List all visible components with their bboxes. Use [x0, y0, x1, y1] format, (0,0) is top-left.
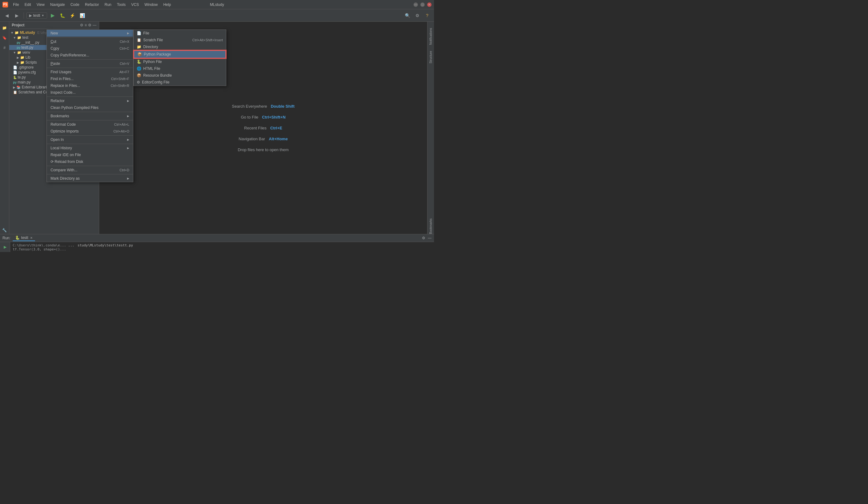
hint-goto-file: Go to File Ctrl+Shift+N	[241, 115, 286, 120]
ctx-sep-1	[47, 37, 133, 38]
sub-python-file[interactable]: 🐍 Python File	[134, 58, 226, 65]
run-line-1: C:\Users\think\.conda\e... ... study\MLs…	[13, 243, 432, 247]
project-panel-header: Project ⚙ ≡ ⚙ —	[9, 22, 99, 29]
panel-collapse-icon[interactable]: ≡	[85, 23, 87, 27]
menu-code[interactable]: Code	[68, 2, 82, 8]
structure-icon[interactable]: #	[1, 44, 8, 51]
panel-settings-icon[interactable]: ⚙	[80, 23, 83, 27]
hint-nav-bar: Navigation Bar Alt+Home	[239, 137, 288, 141]
menu-help[interactable]: Help	[161, 2, 174, 8]
bookmarks-label[interactable]: Bookmarks	[429, 219, 433, 234]
search-everywhere-button[interactable]: 🔍	[403, 11, 412, 20]
ctx-optimize[interactable]: Optimize Imports Ctrl+Alt+O	[47, 128, 133, 135]
run-play-btn[interactable]: ▶	[1, 243, 9, 251]
sub-html-file[interactable]: 🌐 HTML File	[134, 65, 226, 72]
sub-editorconfig[interactable]: ⚙ EditorConfig File	[134, 79, 226, 85]
ctx-bookmarks[interactable]: Bookmarks	[47, 113, 133, 120]
coverage-button[interactable]: ⚡	[68, 11, 77, 20]
help-button[interactable]: ?	[423, 11, 432, 20]
menu-navigate[interactable]: Navigate	[48, 2, 67, 8]
sub-directory[interactable]: 📁 Directory	[134, 43, 226, 50]
ctx-copy[interactable]: Copy Ctrl+C	[47, 45, 133, 52]
app-logo: PS	[2, 2, 8, 8]
project-icon[interactable]: 📁	[1, 24, 8, 32]
ctx-open-in[interactable]: Open In	[47, 136, 133, 143]
panel-min-icon[interactable]: —	[93, 23, 96, 27]
sub-resource-bundle[interactable]: 📦 Resource Bundle	[134, 72, 226, 79]
sub-python-package[interactable]: 📦 Python Package	[134, 50, 226, 58]
ctx-cut[interactable]: Cut Ctrl+X	[47, 38, 133, 45]
run-content: ▶ ↑ ↓ ⚙ ✕ C:\Users\think\.conda\e... ...…	[0, 242, 434, 252]
run-tab-name: testt	[21, 235, 28, 240]
minimize-button[interactable]: —	[414, 2, 418, 7]
run-toolbar: ▶ ↑ ↓ ⚙ ✕	[0, 242, 10, 252]
menu-tools[interactable]: Tools	[114, 2, 128, 8]
run-button[interactable]: ▶	[48, 11, 57, 20]
python-package-label: Python Package	[144, 52, 171, 57]
root-arrow: ▼	[11, 31, 14, 34]
sub-scratch-file[interactable]: 📋 Scratch File Ctrl+Alt+Shift+Insert	[134, 37, 226, 43]
ctx-sep-3	[47, 68, 133, 68]
ctx-find-files[interactable]: Find in Files... Ctrl+Shift+F	[47, 75, 133, 82]
run-line-2: tf.Tensor(3.0, shape=()...	[13, 247, 432, 251]
ctx-sep-9	[47, 166, 133, 166]
ctx-mark-dir[interactable]: Mark Directory as	[47, 175, 133, 182]
ctx-sep-6	[47, 120, 133, 120]
run-panel: Run: 🐍 testt ✕ ⚙ — ▶ ↑ ↓ ⚙ ✕ C:\Users\th…	[0, 234, 434, 252]
right-sidebar: Notifications Structure Bookmarks	[427, 22, 434, 234]
window-title: MLstudy	[210, 2, 224, 7]
menu-file[interactable]: File	[11, 2, 21, 8]
menu-vcs[interactable]: VCS	[129, 2, 141, 8]
ctx-local-history[interactable]: Local History	[47, 145, 133, 151]
bookmarks-icon[interactable]: 🔖	[1, 34, 8, 42]
ctx-replace-files[interactable]: Replace in Files... Ctrl+Shift+R	[47, 82, 133, 89]
ctx-sep-5	[47, 112, 133, 112]
run-tab-close[interactable]: ✕	[30, 236, 32, 240]
structure-label[interactable]: Structure	[429, 51, 433, 64]
debug-button[interactable]: 🐛	[58, 11, 67, 20]
project-panel-title: Project	[12, 23, 79, 27]
toolbar-separator-1	[23, 12, 24, 19]
ctx-inspect[interactable]: Inspect Code...	[47, 89, 133, 96]
menu-refactor[interactable]: Refactor	[82, 2, 101, 8]
hint-search-everywhere: Search Everywhere Double Shift	[232, 104, 294, 109]
build-icon[interactable]: 🔧	[1, 226, 8, 234]
submenu-new: 📄 File 📋 Scratch File Ctrl+Alt+Shift+Ins…	[133, 30, 226, 86]
hint-recent-files: Recent Files Ctrl+E	[244, 126, 282, 130]
ctx-refactor[interactable]: Refactor	[47, 98, 133, 104]
ctx-repair-ide[interactable]: Repair IDE on File	[47, 151, 133, 158]
notifications-label[interactable]: Notifications	[429, 28, 433, 45]
ctx-find-usages[interactable]: Find Usages Alt+F7	[47, 69, 133, 75]
menu-window[interactable]: Window	[142, 2, 160, 8]
run-tab[interactable]: 🐍 testt ✕	[13, 235, 35, 241]
sub-file[interactable]: 📄 File	[134, 30, 226, 37]
context-menu: New Cut Ctrl+X Copy Ctrl+C Copy Path/Ref…	[46, 30, 133, 182]
ctx-sep-2	[47, 59, 133, 60]
run-settings-icon[interactable]: ⚙	[422, 236, 425, 240]
menu-view[interactable]: View	[34, 2, 47, 8]
hint-drop-files: Drop files here to open them	[238, 148, 289, 152]
menu-edit[interactable]: Edit	[22, 2, 33, 8]
root-folder-icon: 📁	[14, 31, 19, 35]
ctx-reload[interactable]: ⟳ Reload from Disk	[47, 158, 133, 165]
ctx-copy-path[interactable]: Copy Path/Reference...	[47, 52, 133, 59]
title-bar: PS FileEditViewNavigateCodeRefactorRunTo…	[0, 0, 434, 9]
ctx-sep-4	[47, 97, 133, 97]
panel-gear-icon[interactable]: ⚙	[88, 23, 92, 27]
maximize-button[interactable]: □	[420, 2, 425, 7]
ctx-new[interactable]: New	[47, 30, 133, 37]
ctx-compare[interactable]: Compare With... Ctrl+D	[47, 167, 133, 173]
run-output: C:\Users\think\.conda\e... ... study\MLs…	[10, 242, 434, 252]
menu-run[interactable]: Run	[102, 2, 114, 8]
run-configuration[interactable]: ▶ testt ▼	[26, 12, 47, 19]
ctx-paste[interactable]: Paste Ctrl+V	[47, 60, 133, 67]
forward-button[interactable]: ▶	[12, 11, 21, 20]
ctx-sep-10	[47, 174, 133, 174]
run-min-icon[interactable]: —	[428, 236, 432, 240]
profile-button[interactable]: 📊	[78, 11, 87, 20]
ctx-reformat[interactable]: Reformat Code Ctrl+Alt+L	[47, 121, 133, 128]
ctx-clean-compiled[interactable]: Clean Python Compiled Files	[47, 104, 133, 111]
back-button[interactable]: ◀	[2, 11, 11, 20]
close-button[interactable]: ✕	[427, 2, 432, 7]
settings-button[interactable]: ⚙	[413, 11, 422, 20]
